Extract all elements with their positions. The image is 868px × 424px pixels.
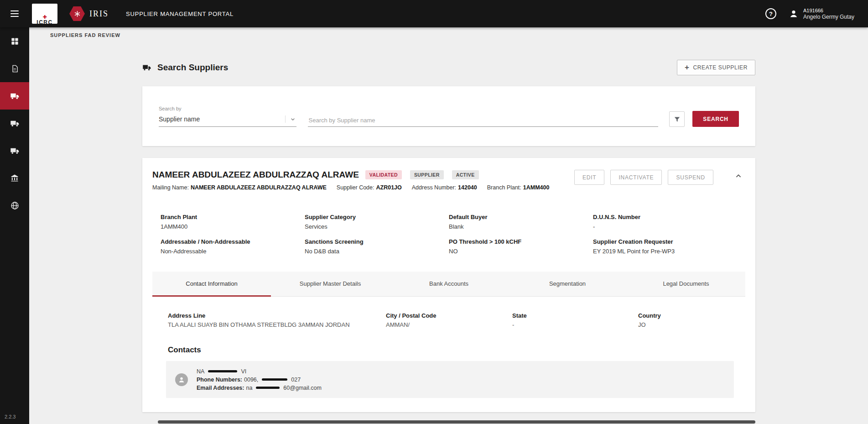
iris-brand: IRIS (69, 6, 109, 21)
supplier-meta-line: Mailing Name:NAMEER ABDULAZEEZ ABDULRAZZ… (152, 184, 549, 191)
truck-icon (142, 63, 151, 72)
search-by-value: Supplier name (159, 115, 200, 123)
bank-icon (10, 173, 19, 183)
breadcrumb: SUPPLIERS FAD REVIEW (29, 27, 868, 42)
edit-button[interactable]: EDIT (574, 170, 605, 185)
chevron-down-icon[interactable] (285, 115, 296, 123)
detail-addressable: Addressable / Non-AddressableNon-Address… (161, 238, 305, 255)
detail-duns-number: D.U.N.S. Number- (593, 214, 737, 230)
globe-icon (10, 201, 20, 210)
horizontal-scrollbar[interactable] (158, 420, 755, 424)
sidebar-nav: 2.2.3 (0, 27, 29, 424)
create-supplier-button[interactable]: CREATE SUPPLIER (677, 60, 755, 75)
contact-card: NAVI Phone Numbers:0096,027 Email Addres… (166, 361, 734, 398)
main-content: SUPPLIERS FAD REVIEW Search Suppliers CR… (29, 27, 868, 424)
detail-branch-plant: Branch Plant1AMM400 (161, 214, 305, 230)
status-badge-type: SUPPLIER (410, 170, 444, 179)
supplier-details-grid: Branch Plant1AMM400 Supplier CategorySer… (142, 214, 755, 255)
city-postal-code: City / Postal CodeAMMAN/ (386, 312, 512, 328)
brand-name: IRIS (89, 9, 109, 19)
truck-icon (10, 119, 20, 128)
detail-supplier-category: Supplier CategoryServices (305, 214, 449, 230)
page-title: Search Suppliers (142, 63, 228, 73)
filter-button[interactable] (669, 111, 685, 127)
red-cross-icon: ✚ (42, 15, 47, 19)
detail-creation-requester: Supplier Creation RequesterEY 2019 ML Po… (593, 238, 737, 255)
redaction-bar (262, 378, 287, 381)
user-menu[interactable]: A191666 Angelo Germy Gutay (788, 8, 854, 20)
page-header: Search Suppliers CREATE SUPPLIER (142, 60, 755, 75)
search-input[interactable] (308, 114, 659, 127)
icrc-logo-text: ICRC (36, 19, 52, 24)
contact-email: Email Addresses:na60@gmail.com (197, 385, 322, 391)
truck-icon (10, 146, 20, 156)
user-name: Angelo Germy Gutay (803, 14, 854, 20)
country: CountryJO (638, 312, 755, 328)
sidebar-item-bank[interactable] (0, 164, 29, 192)
sidebar-item-global[interactable] (0, 192, 29, 219)
search-by-dropdown[interactable]: Search by Supplier name (159, 106, 296, 127)
portal-title: SUPPLIER MANAGEMENT PORTAL (126, 10, 234, 17)
dashboard-grid-icon (10, 37, 19, 46)
sidebar-item-shipments[interactable] (0, 110, 29, 137)
document-icon (10, 64, 19, 73)
redaction-bar (208, 370, 237, 372)
address-line: Address LineTLA ALALI SUAYB BIN OTHAMA S… (168, 312, 386, 328)
sidebar-item-documents[interactable] (0, 55, 29, 82)
address-section: Address LineTLA ALALI SUAYB BIN OTHAMA S… (142, 312, 755, 328)
truck-icon (10, 91, 20, 101)
funnel-icon (673, 115, 681, 123)
collapse-card-button[interactable] (733, 171, 743, 181)
sidebar-item-dashboard[interactable] (0, 27, 29, 55)
search-button[interactable]: SEARCH (692, 111, 739, 127)
tab-contact-information[interactable]: Contact Information (152, 272, 271, 297)
tab-bank-accounts[interactable]: Bank Accounts (390, 272, 508, 297)
search-by-label: Search by (159, 106, 296, 111)
supplier-name: NAMEER ABDULAZEEZ ABDULRAZZAQ ALRAWE (152, 170, 359, 180)
sidebar-item-logistics[interactable] (0, 137, 29, 164)
app-version: 2.2.3 (5, 414, 16, 419)
tab-legal-documents[interactable]: Legal Documents (627, 272, 745, 297)
plus-icon (685, 64, 690, 71)
user-id: A191666 (803, 8, 854, 14)
detail-default-buyer: Default BuyerBlank (449, 214, 593, 230)
tab-supplier-master-details[interactable]: Supplier Master Details (271, 272, 390, 297)
redaction-bar (256, 387, 280, 389)
search-panel: Search by Supplier name SEARCH (142, 86, 755, 146)
inactivate-button[interactable]: INACTIVATE (610, 170, 662, 185)
help-icon[interactable] (765, 8, 776, 19)
contact-name: NAVI (197, 368, 322, 375)
user-avatar-icon (788, 8, 799, 19)
top-bar: ✚ ICRC IRIS SUPPLIER MANAGEMENT PORTAL A… (0, 0, 868, 27)
tab-segmentation[interactable]: Segmentation (508, 272, 627, 297)
person-icon (177, 376, 186, 384)
contact-avatar (175, 373, 188, 386)
chevron-up-icon (733, 171, 743, 181)
page-title-text: Search Suppliers (157, 63, 228, 73)
detail-sanctions-screening: Sanctions ScreeningNo D&B data (305, 238, 449, 255)
state: State- (512, 312, 638, 328)
detail-po-threshold: PO Threshold > 100 kCHFNO (449, 238, 593, 255)
contact-phone: Phone Numbers:0096,027 (197, 377, 322, 383)
sidebar-item-suppliers[interactable] (0, 82, 29, 110)
supplier-result-card: NAMEER ABDULAZEEZ ABDULRAZZAQ ALRAWE VAL… (142, 158, 755, 412)
status-badge-validated: VALIDATED (365, 170, 402, 179)
suspend-button[interactable]: SUSPEND (668, 170, 713, 185)
contacts-heading: Contacts (168, 345, 755, 355)
iris-hexagon-icon (69, 6, 85, 21)
status-badge-active: ACTIVE (452, 170, 479, 179)
supplier-tabs: Contact Information Supplier Master Deta… (152, 272, 745, 297)
hamburger-menu-icon[interactable] (0, 0, 29, 27)
icrc-logo: ✚ ICRC (32, 4, 57, 24)
